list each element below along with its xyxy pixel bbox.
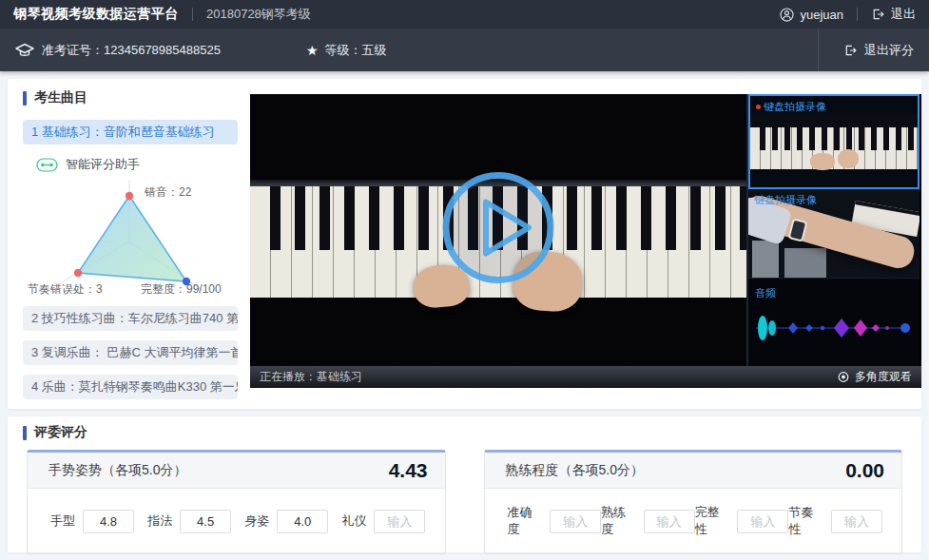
field-posture-label: 身姿 [244,512,269,530]
camera-thumb-side[interactable]: 键盘拍摄录像 [748,189,919,279]
judge-scoring-panel: 评委评分 手势姿势（各项5.0分） 4.43 手型 指法 身姿 [8,416,921,552]
field-completeness: 完整性 [695,504,789,538]
exit-scoring-button[interactable]: 退出评分 [818,29,914,71]
proficiency-total-score: 0.00 [845,459,884,482]
field-proficiency: 熟练度 [601,504,695,538]
username: yuejuan [800,8,843,22]
audio-track-panel: 音频 [748,279,919,366]
level-value: 等级：五级 [324,42,386,59]
divider [857,8,858,21]
side-knee [752,241,779,279]
proficiency-card-fields: 准确度 熟练度 完整性 节奏性 [485,489,902,553]
session-title: 20180728钢琴考级 [206,6,311,23]
logout-icon [871,8,885,21]
thumb-1-label: 键盘拍摄录像 [764,100,826,114]
thumb-hand [810,153,835,170]
playlist-title: 考生曲目 [34,89,87,106]
field-completeness-label: 完整性 [695,504,730,538]
playlist-item-2[interactable]: 2 技巧性练习曲：车尔尼练习曲740 第一首 [23,306,238,331]
exam-info-bar: 准考证号：12345678985488525 ★ 等级：五级 退出评分 [0,29,929,71]
field-hand-shape-label: 手型 [50,512,75,530]
scoring-header: 评委评分 [23,424,902,441]
field-fingering-input[interactable] [180,510,231,533]
thumb-2-label: 键盘拍摄录像 [754,193,817,207]
radar-chart-svg [23,175,238,297]
proficiency-card-header: 熟练程度（各项5.0分） 0.00 [485,453,902,489]
side-knee [784,248,826,279]
radar-label-rhythm-errors: 节奏错误处：3 [28,281,103,298]
thumb-piano-black-keys [753,127,919,150]
thumb-2-label-group: 键盘拍摄录像 [754,193,817,207]
proficiency-card-title: 熟练程度（各项5.0分） [506,462,644,479]
playlist-header: 考生曲目 [23,89,238,106]
camera-angle-column: 键盘拍摄录像 键盘拍摄录像 [748,94,919,366]
link-pill-icon [36,158,58,172]
gesture-card-title: 手势姿势（各项5.0分） [48,462,186,479]
field-rhythm-label: 节奏性 [788,504,823,538]
logout-label: 退出 [891,6,916,23]
gesture-posture-card: 手势姿势（各项5.0分） 4.43 手型 指法 身姿 礼仪 [27,450,446,554]
radar-chart: 错音：22 节奏错误处：3 完整度：99/100 [23,175,238,297]
top-navbar: 钢琴视频考级数据运营平台 20180728钢琴考级 yuejuan 退出 [0,0,929,29]
field-rhythm: 节奏性 [788,504,882,538]
audio-waveform [750,305,918,351]
thumb-hand [838,149,859,168]
gesture-card-fields: 手型 指法 身姿 礼仪 [28,489,445,553]
ticket-number-group: 准考证号：12345678985488525 [15,42,221,59]
exit-scoring-icon [843,44,858,57]
field-proficiency-input[interactable] [644,510,695,533]
proficiency-card: 熟练程度（各项5.0分） 0.00 准确度 熟练度 完整性 节奏性 [484,450,903,554]
playlist-item-4[interactable]: 4 乐曲：莫扎特钢琴奏鸣曲K330 第一乐章 [23,375,238,399]
graduation-cap-icon [15,43,34,58]
main-video-view[interactable] [250,94,748,366]
playlist-item-3[interactable]: 3 复调乐曲： 巴赫C 大调平均律第一首前奏曲 [23,340,238,365]
ticket-number: 准考证号：12345678985488525 [42,42,221,59]
field-completeness-input[interactable] [737,510,788,533]
field-fingering: 指法 [147,510,231,533]
video-player: 键盘拍摄录像 键盘拍摄录像 [250,94,921,388]
field-posture: 身姿 [244,510,328,533]
level-group: ★ 等级：五级 [306,42,387,59]
radar-label-wrong-notes: 错音：22 [145,184,191,201]
gesture-total-score: 4.43 [389,459,428,482]
user-menu[interactable]: yuejuan [780,8,843,22]
field-etiquette-label: 礼仪 [341,512,366,530]
field-rhythm-input[interactable] [831,510,882,533]
app-title: 钢琴视频考级数据运营平台 [13,6,179,23]
candidate-playlist: 考生曲目 1 基础练习：音阶和琶音基础练习 智能评分助手 [8,79,250,399]
multi-angle-button[interactable]: 多角度观看 [837,369,912,385]
recording-dot-icon [756,105,761,109]
thumb-1-label-group: 键盘拍摄录像 [756,100,826,114]
divider [192,8,193,21]
logout-button[interactable]: 退出 [871,6,916,23]
section-accent-bar [23,426,27,440]
play-button[interactable] [438,167,558,287]
playlist-item-1[interactable]: 1 基础练习：音阶和琶音基础练习 [23,120,238,145]
field-posture-input[interactable] [277,510,328,533]
user-icon [780,8,794,22]
multi-angle-label: 多角度观看 [855,369,912,385]
star-icon: ★ [306,43,319,58]
smart-score-assistant: 智能评分助手 [36,156,238,173]
camera-thumb-keyboard[interactable]: 键盘拍摄录像 [748,94,919,189]
field-accuracy-input[interactable] [550,510,601,533]
radar-label-completeness: 完整度：99/100 [141,281,222,298]
exam-main-panel: 考生曲目 1 基础练习：音阶和琶音基础练习 智能评分助手 [8,79,921,409]
field-etiquette: 礼仪 [341,510,425,533]
video-status-bar: 正在播放：基础练习 多角度观看 [250,366,921,388]
field-accuracy: 准确度 [508,504,602,538]
field-etiquette-input[interactable] [374,510,425,533]
field-accuracy-label: 准确度 [508,504,543,538]
eye-icon [837,372,850,382]
assistant-label: 智能评分助手 [66,156,140,173]
field-hand-shape: 手型 [50,510,134,533]
now-playing-label: 正在播放：基础练习 [260,369,362,385]
field-fingering-label: 指法 [147,512,172,530]
exit-scoring-label: 退出评分 [864,42,914,59]
audio-label: 音频 [755,286,776,300]
gesture-card-header: 手势姿势（各项5.0分） 4.43 [28,453,445,489]
field-hand-shape-input[interactable] [83,510,134,533]
scoring-title: 评委评分 [34,424,87,441]
section-accent-bar [23,91,27,106]
field-proficiency-label: 熟练度 [601,504,636,538]
